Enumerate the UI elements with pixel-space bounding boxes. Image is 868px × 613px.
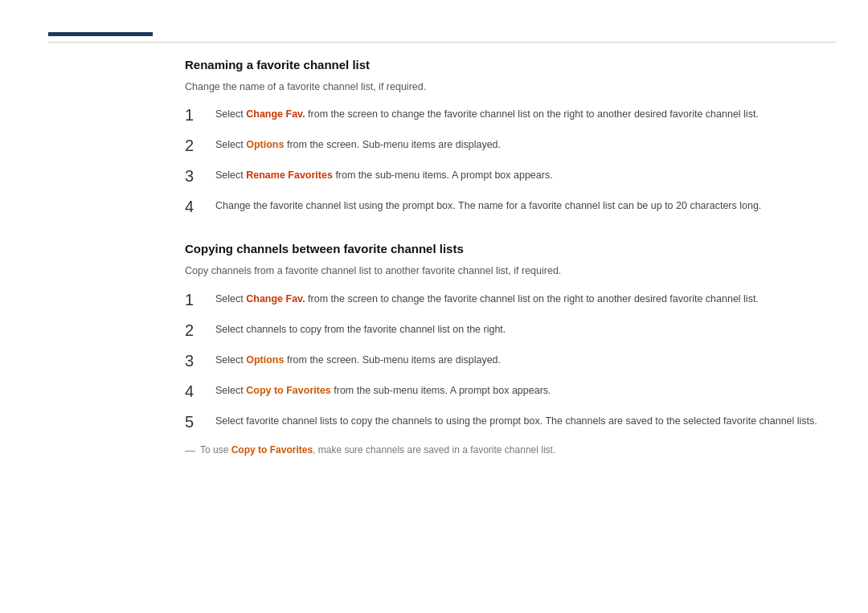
step-number: 5 bbox=[185, 412, 209, 431]
highlight-change-fav-2: Change Fav. bbox=[246, 293, 305, 304]
note-dash: — bbox=[185, 443, 195, 459]
step-text: Select Rename Favorites from the sub-men… bbox=[215, 166, 553, 183]
highlight-options-2: Options bbox=[246, 354, 284, 366]
step-number: 3 bbox=[185, 166, 209, 186]
step-4-copying: 4 Select Copy to Favorites from the sub-… bbox=[185, 382, 820, 401]
step-number: 1 bbox=[185, 290, 209, 309]
step-3-renaming: 3 Select Rename Favorites from the sub-m… bbox=[185, 166, 820, 186]
highlight-copy-to-favorites-note: Copy to Favorites bbox=[231, 444, 313, 456]
step-1-copying: 1 Select Change Fav. from the screen to … bbox=[185, 290, 820, 309]
section-title-renaming: Renaming a favorite channel list bbox=[185, 56, 820, 75]
page-container: Renaming a favorite channel list Change … bbox=[0, 0, 868, 613]
section-description-copying: Copy channels from a favorite channel li… bbox=[185, 264, 820, 279]
step-number: 1 bbox=[185, 105, 209, 125]
step-text: Select Options from the screen. Sub-menu… bbox=[215, 136, 501, 153]
left-accent-bar bbox=[48, 32, 153, 36]
step-text: Select Change Fav. from the screen to ch… bbox=[215, 290, 759, 307]
step-1-renaming: 1 Select Change Fav. from the screen to … bbox=[185, 105, 820, 125]
step-text: Select Copy to Favorites from the sub-me… bbox=[215, 382, 551, 398]
step-number: 3 bbox=[185, 351, 209, 370]
step-number: 2 bbox=[185, 136, 209, 155]
step-2-renaming: 2 Select Options from the screen. Sub-me… bbox=[185, 136, 820, 155]
step-text: Select Change Fav. from the screen to ch… bbox=[215, 105, 759, 122]
step-number: 4 bbox=[185, 382, 209, 401]
main-content: Renaming a favorite channel list Change … bbox=[185, 0, 820, 458]
step-number: 2 bbox=[185, 321, 209, 340]
highlight-change-fav-1: Change Fav. bbox=[246, 108, 305, 120]
section-copying: Copying channels between favorite channe… bbox=[185, 240, 820, 458]
step-text: Select Options from the screen. Sub-menu… bbox=[215, 351, 501, 368]
step-text: Select favorite channel lists to copy th… bbox=[215, 412, 817, 429]
step-4-renaming: 4 Change the favorite channel list using… bbox=[185, 197, 820, 216]
step-number: 4 bbox=[185, 197, 209, 216]
step-text: Select channels to copy from the favorit… bbox=[215, 321, 506, 337]
step-2-copying: 2 Select channels to copy from the favor… bbox=[185, 321, 820, 340]
step-3-copying: 3 Select Options from the screen. Sub-me… bbox=[185, 351, 820, 370]
steps-renaming: 1 Select Change Fav. from the screen to … bbox=[185, 105, 820, 216]
highlight-options-1: Options bbox=[246, 139, 284, 150]
highlight-rename-favorites: Rename Favorites bbox=[246, 170, 333, 181]
section-title-copying: Copying channels between favorite channe… bbox=[185, 240, 820, 259]
note-text: To use Copy to Favorites, make sure chan… bbox=[200, 443, 555, 457]
step-5-copying: 5 Select favorite channel lists to copy … bbox=[185, 412, 820, 431]
steps-copying: 1 Select Change Fav. from the screen to … bbox=[185, 290, 820, 431]
highlight-copy-to-favorites-1: Copy to Favorites bbox=[246, 385, 331, 396]
step-text: Change the favorite channel list using t… bbox=[215, 197, 761, 214]
section-renaming: Renaming a favorite channel list Change … bbox=[185, 56, 820, 216]
note-copy-favorites: — To use Copy to Favorites, make sure ch… bbox=[185, 443, 820, 459]
top-border bbox=[48, 42, 836, 43]
section-description-renaming: Change the name of a favorite channel li… bbox=[185, 80, 820, 95]
